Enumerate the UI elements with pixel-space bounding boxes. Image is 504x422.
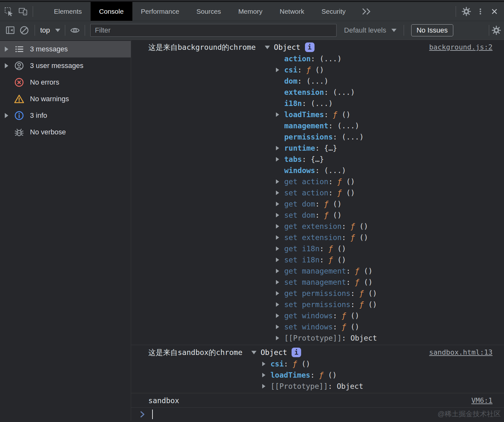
tab-console[interactable]: Console	[91, 2, 132, 21]
tab-memory[interactable]: Memory	[230, 2, 271, 21]
property-key: set dom	[284, 211, 315, 219]
colon: :	[320, 256, 329, 264]
sidebar-item-info[interactable]: 3 info	[0, 107, 131, 124]
no-issues-button[interactable]: No Issues	[411, 24, 453, 36]
colon: :	[328, 177, 337, 186]
expand-arrow-icon[interactable]	[276, 191, 284, 195]
property-value: ƒ ()	[328, 256, 346, 264]
javascript-context-dropdown[interactable]: top	[40, 26, 60, 34]
property-key: [[Prototype]]	[271, 382, 328, 390]
expand-arrow-icon[interactable]	[276, 246, 284, 251]
object-preview[interactable]: Object i	[265, 42, 315, 52]
levels-label: Default levels	[344, 26, 386, 34]
colon: :	[333, 133, 342, 141]
source-link[interactable]: background.js:2	[429, 43, 493, 51]
expand-arrow-icon[interactable]	[276, 313, 284, 318]
property-value: (...)	[342, 133, 364, 141]
sidebar-item-verbose[interactable]: No verbose	[0, 124, 131, 140]
sidebar-item-messages[interactable]: 3 messages	[0, 41, 131, 57]
expand-arrow-icon[interactable]	[262, 362, 271, 366]
property-key: loadTimes	[271, 371, 310, 379]
clear-console-icon[interactable]	[17, 23, 31, 37]
property-key: management	[284, 122, 328, 130]
expand-arrow-icon[interactable]	[276, 68, 284, 72]
tab-network[interactable]: Network	[271, 2, 313, 21]
expand-arrow-icon[interactable]	[276, 336, 284, 340]
settings-gear-icon[interactable]	[459, 4, 473, 19]
expand-arrow-icon[interactable]	[276, 157, 284, 162]
property-key: windows	[284, 166, 315, 175]
colon: :	[342, 233, 351, 242]
expand-arrow-icon[interactable]	[5, 113, 8, 118]
property-value: Object	[337, 382, 363, 390]
property-value: ƒ ()	[355, 267, 373, 275]
property-value: ƒ ()	[319, 371, 337, 379]
property-value: {…}	[324, 144, 337, 152]
sidebar-item-errors[interactable]: No errors	[0, 74, 131, 91]
colon: :	[328, 122, 337, 130]
tree-row: get dom: ƒ ()	[276, 198, 493, 209]
console-sidebar-toggle-icon[interactable]	[3, 23, 17, 37]
expand-arrow-icon[interactable]	[262, 373, 271, 377]
tab-security[interactable]: Security	[313, 2, 354, 21]
expand-arrow-icon[interactable]	[5, 47, 8, 52]
sidebar-item-user-messages[interactable]: 3 user messages	[0, 57, 131, 74]
filter-input[interactable]	[90, 24, 337, 37]
expand-arrow-icon[interactable]	[276, 291, 284, 296]
source-link[interactable]: VM6:1	[471, 396, 493, 404]
expand-arrow-icon[interactable]	[276, 224, 284, 229]
expand-arrow-icon[interactable]	[276, 325, 284, 329]
tree-row: set windows: ƒ ()	[276, 321, 493, 332]
expand-arrow-icon[interactable]	[276, 202, 284, 206]
bug-icon	[13, 126, 26, 138]
colon: :	[284, 360, 293, 368]
property-value: ƒ ()	[359, 289, 377, 298]
device-toolbar-icon[interactable]	[16, 4, 30, 19]
object-preview[interactable]: Object i	[251, 348, 301, 357]
console-prompt[interactable]: @稀土掘金技术社区	[131, 408, 504, 421]
list-icon	[13, 43, 26, 55]
expand-arrow-icon[interactable]	[276, 179, 284, 184]
more-tabs-icon[interactable]	[354, 2, 379, 21]
expand-arrow-icon[interactable]	[262, 384, 271, 388]
expand-arrow-icon[interactable]	[276, 235, 284, 240]
colon: :	[320, 245, 329, 253]
object-tree: csi: ƒ ()loadTimes: ƒ ()[[Prototype]]: O…	[262, 358, 493, 392]
tab-sources[interactable]: Sources	[188, 2, 230, 21]
expand-arrow-icon[interactable]	[5, 63, 8, 68]
expand-arrow-icon[interactable]	[276, 258, 284, 262]
expand-arrow-icon[interactable]	[276, 146, 284, 150]
property-value: ƒ ()	[328, 245, 346, 253]
console-settings-gear-icon[interactable]	[489, 23, 503, 37]
tab-performance[interactable]: Performance	[132, 2, 188, 21]
source-link[interactable]: sandbox.html:13	[429, 348, 493, 356]
expand-arrow-icon[interactable]	[276, 213, 284, 217]
property-value: (...)	[306, 77, 328, 85]
property-value: ƒ ()	[359, 300, 377, 309]
close-devtools-icon[interactable]	[487, 4, 501, 19]
colon: :	[351, 289, 359, 298]
collapse-arrow-icon[interactable]	[251, 351, 256, 354]
customize-kebab-icon[interactable]	[473, 4, 487, 19]
text-cursor	[152, 410, 153, 419]
log-levels-dropdown[interactable]: Default levels	[344, 26, 397, 34]
console-message: 这是来自background的chrome Object i action: (…	[131, 40, 504, 345]
expand-arrow-icon[interactable]	[276, 112, 284, 117]
live-expression-eye-icon[interactable]	[68, 23, 82, 37]
expand-arrow-icon[interactable]	[276, 280, 284, 284]
tree-row: csi: ƒ ()	[276, 64, 493, 75]
expand-arrow-icon[interactable]	[276, 302, 284, 307]
toolbar-right-group	[452, 2, 504, 21]
property-key: permissions	[284, 133, 333, 141]
property-key: get management	[284, 267, 346, 275]
tree-row: runtime: {…}	[276, 142, 493, 154]
sidebar-item-warnings[interactable]: No warnings	[0, 91, 131, 107]
property-key: i18n	[284, 99, 302, 108]
property-key: loadTimes	[284, 110, 324, 119]
collapse-arrow-icon[interactable]	[265, 46, 270, 49]
expand-arrow-icon[interactable]	[276, 269, 284, 273]
property-key: set extension	[284, 233, 342, 242]
tab-elements[interactable]: Elements	[45, 2, 91, 21]
inspect-element-icon[interactable]	[2, 4, 16, 19]
property-key: csi	[284, 66, 298, 74]
